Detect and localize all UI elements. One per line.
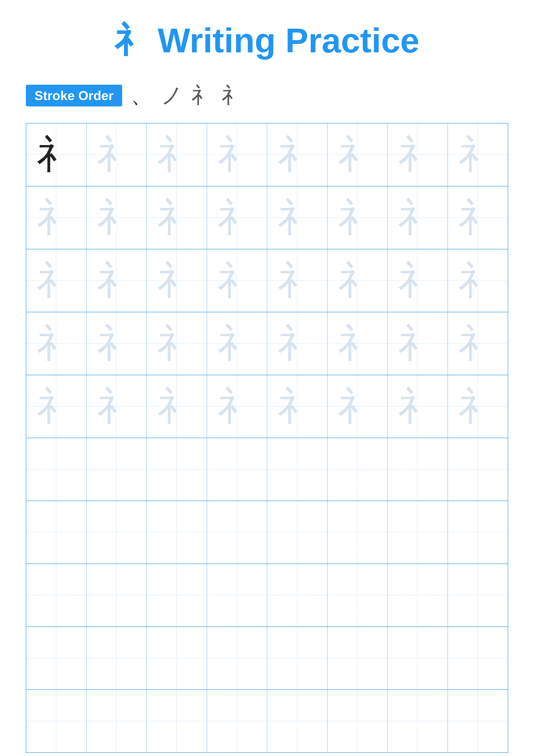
practice-char: 礻 bbox=[97, 135, 136, 174]
grid-cell[interactable]: 礻 bbox=[26, 249, 87, 312]
grid-cell[interactable] bbox=[448, 627, 508, 689]
grid-cell[interactable] bbox=[327, 564, 388, 627]
grid-cell[interactable] bbox=[207, 564, 267, 627]
grid-cell[interactable]: 礻 bbox=[388, 375, 448, 438]
practice-char: 礻 bbox=[338, 387, 377, 426]
grid-cell[interactable] bbox=[147, 627, 207, 689]
grid-cell[interactable]: 礻 bbox=[267, 186, 327, 249]
grid-cell[interactable] bbox=[26, 564, 87, 627]
grid-cell[interactable] bbox=[388, 438, 448, 500]
grid-cell[interactable]: 礻 bbox=[87, 249, 147, 312]
grid-cell[interactable] bbox=[26, 690, 87, 752]
grid-cell[interactable]: 礻 bbox=[207, 249, 267, 312]
practice-char: 礻 bbox=[157, 198, 196, 237]
grid-cell[interactable] bbox=[207, 501, 267, 564]
practice-char: 礻 bbox=[398, 324, 437, 363]
grid-cell[interactable]: 礻 bbox=[87, 186, 147, 249]
practice-char: 礻 bbox=[37, 261, 76, 300]
practice-char: 礻 bbox=[458, 135, 497, 174]
grid-cell[interactable] bbox=[388, 501, 448, 564]
practice-char: 礻 bbox=[217, 261, 256, 300]
grid-cell[interactable] bbox=[147, 438, 207, 500]
grid-cell[interactable] bbox=[448, 438, 508, 500]
grid-cell[interactable]: 礻 bbox=[147, 375, 207, 438]
practice-char: 礻 bbox=[278, 261, 317, 300]
practice-char: 礻 bbox=[278, 135, 317, 174]
grid-cell[interactable] bbox=[267, 501, 327, 564]
grid-cell[interactable]: 礻 bbox=[388, 123, 448, 186]
grid-cell[interactable]: 礻 bbox=[147, 186, 207, 249]
grid-cell[interactable] bbox=[448, 501, 508, 564]
grid-cell[interactable] bbox=[327, 438, 388, 500]
grid-cell[interactable]: 礻 bbox=[327, 249, 388, 312]
grid-cell[interactable]: 礻 bbox=[207, 123, 267, 186]
grid-cell[interactable] bbox=[388, 690, 448, 752]
grid-cell[interactable]: 礻 bbox=[207, 186, 267, 249]
stroke-order-badge: Stroke Order bbox=[26, 85, 122, 106]
grid-cell[interactable]: 礻 bbox=[448, 186, 508, 249]
grid-cell[interactable]: 礻 bbox=[267, 375, 327, 438]
grid-cell[interactable]: 礻 bbox=[388, 186, 448, 249]
grid-cell[interactable]: 礻 bbox=[327, 375, 388, 438]
grid-cell[interactable] bbox=[388, 564, 448, 627]
stroke-3: 礻 bbox=[191, 81, 213, 110]
grid-cell[interactable]: 礻 bbox=[26, 186, 87, 249]
grid-cell[interactable]: 礻 bbox=[388, 249, 448, 312]
grid-cell[interactable] bbox=[448, 564, 508, 627]
grid-cell[interactable]: 礻 bbox=[448, 375, 508, 438]
practice-char: 礻 bbox=[458, 198, 497, 237]
grid-cell[interactable] bbox=[26, 627, 87, 689]
grid-cell[interactable]: 礻 bbox=[448, 249, 508, 312]
grid-cell[interactable]: 礻 bbox=[448, 123, 508, 186]
grid-cell[interactable] bbox=[87, 627, 147, 689]
grid-cell[interactable]: 礻 bbox=[87, 375, 147, 438]
grid-cell[interactable] bbox=[87, 438, 147, 500]
grid-cell[interactable] bbox=[267, 564, 327, 627]
grid-cell[interactable]: 礻 bbox=[87, 123, 147, 186]
grid-cell[interactable]: 礻 bbox=[327, 312, 388, 375]
grid-cell[interactable] bbox=[327, 627, 388, 689]
grid-cell[interactable] bbox=[87, 564, 147, 627]
grid-cell[interactable]: 礻 bbox=[26, 375, 87, 438]
grid-cell[interactable] bbox=[147, 501, 207, 564]
grid-cell[interactable]: 礻 bbox=[26, 312, 87, 375]
grid-cell[interactable]: 礻 bbox=[147, 123, 207, 186]
grid-cell[interactable] bbox=[147, 690, 207, 752]
grid-row-empty bbox=[26, 627, 508, 690]
practice-char: 礻 bbox=[398, 198, 437, 237]
grid-row-empty bbox=[26, 438, 508, 501]
grid-cell[interactable]: 礻 bbox=[267, 312, 327, 375]
grid-cell[interactable] bbox=[267, 690, 327, 752]
grid-cell[interactable] bbox=[327, 501, 388, 564]
grid-cell[interactable] bbox=[267, 438, 327, 500]
grid-cell[interactable]: 礻 bbox=[267, 123, 327, 186]
grid-cell[interactable] bbox=[207, 690, 267, 752]
grid-cell[interactable]: 礻 bbox=[267, 249, 327, 312]
grid-cell[interactable]: 礻 bbox=[448, 312, 508, 375]
grid-cell[interactable] bbox=[327, 690, 388, 752]
grid-cell[interactable]: 礻 bbox=[388, 312, 448, 375]
grid-cell[interactable] bbox=[207, 438, 267, 500]
grid-cell[interactable] bbox=[207, 627, 267, 689]
grid-cell[interactable]: 礻 bbox=[327, 123, 388, 186]
grid-cell[interactable] bbox=[448, 690, 508, 752]
grid-cell[interactable] bbox=[147, 564, 207, 627]
grid-cell[interactable]: 礻 bbox=[147, 249, 207, 312]
grid-cell[interactable] bbox=[26, 501, 87, 564]
grid-cell[interactable]: 礻 bbox=[26, 123, 87, 186]
title-section: 礻 Writing Practice bbox=[26, 17, 508, 64]
grid-cell[interactable]: 礻 bbox=[147, 312, 207, 375]
practice-char: 礻 bbox=[217, 324, 256, 363]
grid-cell[interactable]: 礻 bbox=[207, 312, 267, 375]
grid-cell[interactable] bbox=[87, 501, 147, 564]
grid-cell[interactable]: 礻 bbox=[87, 312, 147, 375]
grid-cell[interactable] bbox=[388, 627, 448, 689]
grid-cell[interactable] bbox=[267, 627, 327, 689]
stroke-order-section: Stroke Order 、 ノ 礻 礻 bbox=[26, 81, 508, 110]
title-char: 礻 bbox=[114, 17, 149, 64]
grid-cell[interactable]: 礻 bbox=[327, 186, 388, 249]
grid-cell[interactable] bbox=[26, 438, 87, 500]
grid-cell[interactable]: 礻 bbox=[207, 375, 267, 438]
grid-cell[interactable] bbox=[87, 690, 147, 752]
practice-char: 礻 bbox=[157, 261, 196, 300]
